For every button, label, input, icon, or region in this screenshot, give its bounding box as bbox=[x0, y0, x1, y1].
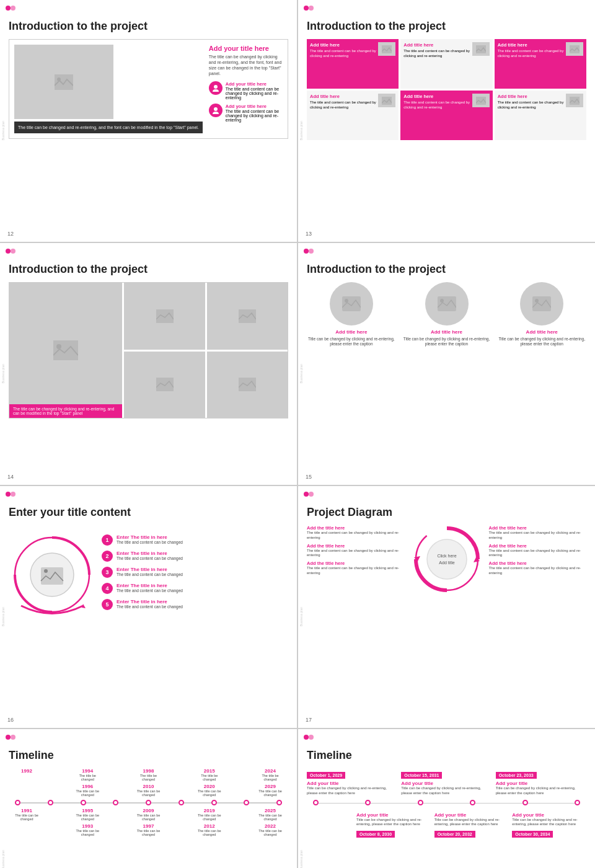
step-4-title: Enter The title in here bbox=[117, 583, 183, 588]
step-4-desc: The title and content can be changed bbox=[117, 588, 183, 593]
watermark-19: Business plan bbox=[299, 850, 303, 868]
slide-15-title: Introduction to the project bbox=[307, 263, 586, 276]
step-1-desc: The title and content can be changed bbox=[117, 540, 183, 544]
timeline-top-years: 1992 1994 The title be changed 1996 The … bbox=[15, 768, 282, 797]
s19-t3-desc: Title can be changed by clicking and re-… bbox=[496, 786, 586, 796]
s17-r1: Add the title here The title and content… bbox=[489, 525, 587, 541]
slide-14: Introduction to the project The title ca… bbox=[0, 243, 297, 485]
s19-t3-title: Add your title bbox=[496, 781, 586, 786]
t18-b5-desc: The title can be changed bbox=[258, 813, 282, 821]
t18-sub6-desc: The title can be changed bbox=[137, 829, 161, 836]
s19-b3-desc: Title can be changed by clicking and re-… bbox=[512, 818, 586, 828]
s17-l3-title: Add the title here bbox=[307, 560, 405, 566]
t18-y3: 1998 The title be changed 2010 The title… bbox=[137, 768, 161, 797]
step-3-text: Enter The title in here The title and co… bbox=[117, 567, 183, 577]
watermark-14: Business plan bbox=[1, 364, 5, 383]
s17-r2-desc: The title and content can be changed by … bbox=[489, 549, 587, 559]
slide-14-sm-1 bbox=[124, 283, 205, 350]
t18-y5: 2024 The title be changed 2029 The title… bbox=[258, 768, 282, 797]
slide-17-right: Add the title here The title and content… bbox=[489, 525, 587, 593]
s17-r3-title: Add the title here bbox=[489, 560, 587, 566]
dot-8 bbox=[244, 800, 249, 805]
t18-b2-label: 1995 bbox=[76, 808, 99, 813]
timeline-line bbox=[15, 798, 282, 807]
t18-y2-desc: The title can be changed bbox=[76, 789, 99, 797]
svg-point-1 bbox=[11, 6, 15, 11]
svg-point-27 bbox=[440, 299, 444, 303]
svg-point-14 bbox=[6, 249, 11, 254]
t18-b2-desc: The title can be changed bbox=[76, 813, 99, 821]
slide-14-caption: The title can be changed by clicking and… bbox=[9, 404, 122, 418]
slide-14-sm-2 bbox=[207, 283, 288, 350]
slide-15-item-3-title: Add title here bbox=[497, 329, 586, 335]
slide-19-title: Timeline bbox=[307, 749, 586, 762]
s19-t2-date: October 15, 2031 bbox=[401, 772, 442, 779]
s17-l1-title: Add the title here bbox=[307, 525, 405, 531]
slide-12-item-1-desc: The title and content can be changed by … bbox=[226, 87, 283, 100]
cell-3-img bbox=[566, 42, 583, 56]
t18-b4-label: 2019 bbox=[198, 808, 221, 813]
slide-19-top: October 1, 2029 Add your title Title can… bbox=[307, 768, 586, 796]
slide-15-item-1: Add title here Title can be changed by c… bbox=[307, 282, 396, 347]
slide-15-item-1-desc: Title can be changed by clicking and re-… bbox=[307, 337, 396, 347]
t18-y4-desc: The title can be changed bbox=[198, 789, 221, 797]
svg-point-3 bbox=[57, 78, 61, 81]
s17-l2-desc: The title and content can be changed by … bbox=[307, 549, 405, 559]
svg-point-6 bbox=[304, 6, 309, 11]
t18-b1-label: 1991 bbox=[15, 808, 38, 813]
svg-point-42 bbox=[427, 539, 467, 579]
dot-4 bbox=[113, 800, 118, 805]
slide-16-title: Enter your title content bbox=[9, 506, 288, 519]
slide-14-sm-4 bbox=[207, 352, 288, 418]
svg-point-47 bbox=[304, 735, 309, 740]
slide-12-item-2-text: Add your title here The title and conten… bbox=[226, 104, 283, 122]
slide-13-cell-2: Add title here The title and content can… bbox=[400, 39, 492, 89]
s17-l1-desc: The title and content can be changed by … bbox=[307, 531, 405, 541]
slide-13-cell-3: Add title here The title and content can… bbox=[495, 39, 586, 89]
svg-point-48 bbox=[309, 735, 314, 740]
step-num-4: 4 bbox=[102, 583, 113, 594]
step-5-text: Enter The title in here The title and co… bbox=[117, 599, 183, 609]
cell-6-img bbox=[566, 94, 583, 107]
dot-9 bbox=[276, 800, 282, 805]
slide-15-item-3: Add title here Title can be changed by c… bbox=[497, 282, 586, 347]
timeline-bot-years: 1991 The title can be changed 1995 The t… bbox=[15, 808, 282, 836]
slide-12-item-1-title: Add your title here bbox=[226, 81, 283, 87]
svg-point-0 bbox=[6, 6, 11, 11]
slide-15-circle-3 bbox=[520, 282, 563, 326]
s19-t3-date: October 23, 2033 bbox=[496, 772, 537, 779]
s17-r3: Add the title here The title and content… bbox=[489, 560, 587, 576]
s19-b1-title: Add your title bbox=[356, 812, 431, 818]
s19-b2-desc: Title can be changed by clicking and re-… bbox=[434, 818, 509, 828]
slide-19-bot: Add your title Title can be changed by c… bbox=[307, 812, 586, 840]
t18-y2-label: 1996 bbox=[76, 784, 99, 789]
t18-y3-desc: The title can be changed bbox=[137, 789, 161, 797]
watermark-17: Business plan bbox=[299, 607, 303, 626]
t18-y5-label: 2029 bbox=[258, 784, 282, 789]
t18-y1: 1992 bbox=[15, 768, 38, 797]
slide-16-step-5: 5 Enter The title in here The title and … bbox=[102, 599, 288, 610]
logo-18 bbox=[5, 733, 16, 744]
t18-b5-label: 2025 bbox=[258, 808, 282, 813]
t18-b3-label: 2009 bbox=[137, 808, 161, 813]
logo-17 bbox=[303, 490, 314, 501]
s19-top-1: October 1, 2029 Add your title Title can… bbox=[307, 768, 397, 796]
s19-dot-5 bbox=[522, 800, 528, 805]
t18-sub3-desc: The title be changed bbox=[198, 774, 221, 781]
slide-12-item-1-text: Add your title here The title and conten… bbox=[226, 81, 283, 100]
s19-bot-1: Add your title Title can be changed by c… bbox=[356, 812, 431, 840]
svg-point-35 bbox=[44, 569, 48, 573]
step-num-5: 5 bbox=[102, 599, 113, 610]
t18-sub4-label: 2024 bbox=[258, 768, 282, 774]
watermark-13: Business plan bbox=[299, 121, 303, 140]
slide-12: Introduction to the project The title ca… bbox=[0, 0, 297, 242]
s17-r3-desc: The title and content can be changed by … bbox=[489, 566, 587, 576]
slide-13-cell-4: Add title here The title and content can… bbox=[307, 91, 399, 140]
slide-15-items: Add title here Title can be changed by c… bbox=[307, 282, 586, 347]
slide-12-main-desc: The title can be changed by clicking and… bbox=[209, 54, 283, 76]
cell-4-img bbox=[378, 94, 395, 107]
slide-15-number: 15 bbox=[306, 474, 312, 480]
s19-dot-6 bbox=[575, 800, 580, 805]
slide-16-steps: 1 Enter The title in here The title and … bbox=[102, 534, 288, 615]
slide-12-item-2-title: Add your title here bbox=[226, 104, 283, 109]
